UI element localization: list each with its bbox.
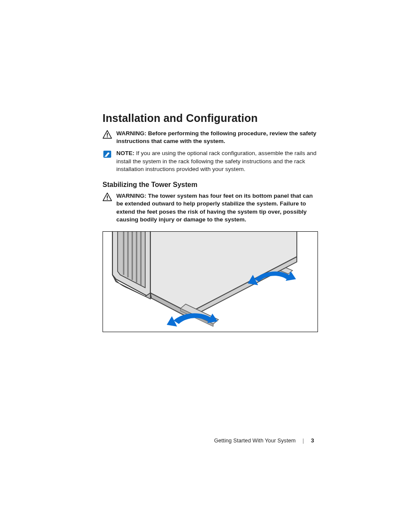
page-number: 3 [311,437,314,444]
warning-icon [103,130,112,139]
warning-label: WARNING: [116,130,146,137]
warning-text-2: WARNING: The tower system has four feet … [116,192,321,224]
note-text-1: NOTE: If you are using the optional rack… [116,149,321,173]
warning-block-1: WARNING: Before performing the following… [103,130,321,145]
svg-rect-2 [107,137,108,137]
document-page: Installation and Configuration WARNING: … [0,0,411,532]
warning-label: WARNING: [116,193,146,199]
sub-heading: Stabilizing the Tower System [103,181,321,189]
note-body: If you are using the optional rack confi… [116,150,317,172]
figure-stabilizing-feet [103,231,318,332]
footer-title: Getting Started With Your System [214,438,296,444]
section-heading: Installation and Configuration [103,112,321,124]
note-icon [103,150,112,159]
note-label: NOTE: [116,150,134,156]
note-block-1: NOTE: If you are using the optional rack… [103,149,321,173]
svg-rect-5 [107,196,108,198]
warning-icon [103,193,112,201]
page-footer: Getting Started With Your System | 3 [214,437,314,444]
svg-rect-1 [107,133,108,136]
warning-block-2: WARNING: The tower system has four feet … [103,192,321,224]
warning-body: Before performing the following procedur… [116,130,316,144]
warning-text-1: WARNING: Before performing the following… [116,130,321,145]
footer-divider: | [302,438,304,444]
svg-rect-6 [107,199,108,200]
